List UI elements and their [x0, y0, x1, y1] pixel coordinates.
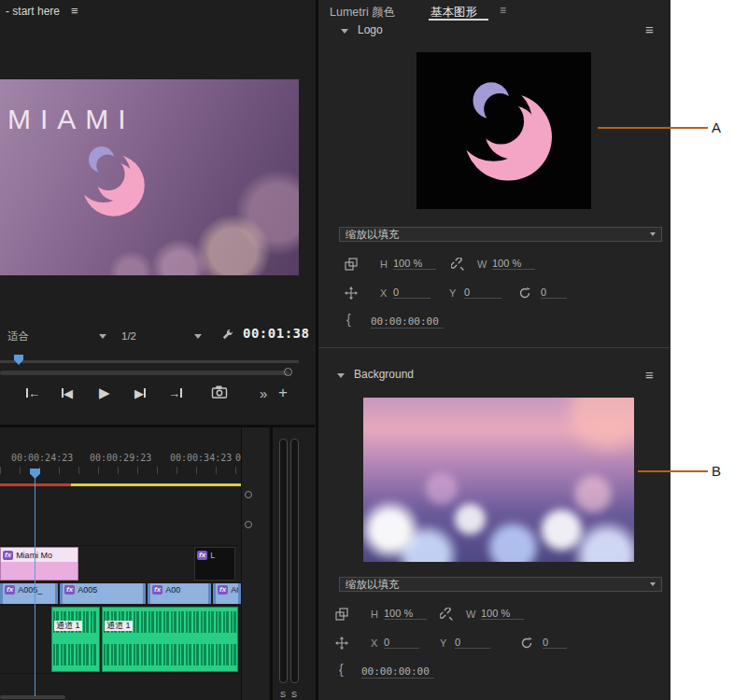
goto-out-icon: →: [168, 386, 180, 400]
preview-title-text: MIAMI: [7, 104, 135, 135]
w-label: W: [477, 259, 487, 270]
h-label: H: [380, 259, 388, 270]
width-value[interactable]: 100 %: [492, 258, 535, 270]
h-label: H: [371, 609, 378, 620]
step-back-icon: ◀: [64, 386, 73, 400]
fx-badge[interactable]: fx: [5, 585, 15, 595]
chevron-down-icon[interactable]: [341, 29, 348, 34]
section-title-logo[interactable]: Logo: [358, 23, 383, 36]
keyframe-brace-icon[interactable]: {: [339, 662, 344, 677]
play-button[interactable]: ▶: [99, 384, 110, 402]
scale-mode-value: 缩放以填充: [346, 228, 400, 242]
height-value[interactable]: 100 %: [393, 258, 436, 270]
x-label: X: [371, 637, 377, 649]
section-timecode[interactable]: 00:00:00:00: [371, 315, 444, 329]
export-frame-camera-icon[interactable]: [211, 385, 228, 399]
goto-out-button[interactable]: →: [168, 384, 182, 402]
position-icon[interactable]: [335, 637, 348, 650]
monitor-scrubber-track[interactable]: [0, 360, 299, 363]
hamburger-menu-icon[interactable]: ≡: [71, 4, 78, 18]
scale-mode-dropdown[interactable]: 缩放以填充: [339, 227, 662, 242]
video-clip-a005[interactable]: fx A00: [148, 583, 211, 604]
monitor-playhead[interactable]: [14, 355, 23, 365]
panel-menu-icon[interactable]: ≡: [645, 21, 654, 37]
step-back-button[interactable]: ◀: [62, 384, 73, 402]
scale-icon[interactable]: [335, 608, 348, 621]
playback-resolution-dropdown[interactable]: 1/2: [121, 329, 202, 343]
rotation-value[interactable]: 0: [541, 287, 567, 299]
panel-menu-icon[interactable]: ≡: [645, 367, 654, 383]
audio-channel-label: 通道 1: [54, 621, 82, 631]
clip-label: A005: [78, 585, 97, 595]
clip-label: A005_: [18, 585, 42, 595]
video-clip-a005[interactable]: fx A005_: [0, 583, 58, 604]
timeline-track-scroll-column[interactable]: [241, 427, 268, 700]
solo-button[interactable]: S: [280, 690, 286, 699]
video-clip-a005[interactable]: fx A0: [213, 583, 241, 604]
rotation-icon[interactable]: [518, 287, 531, 300]
chevron-down-icon: [194, 334, 202, 339]
program-monitor-preview: MIAMI: [0, 79, 299, 275]
tab-lumetri-color[interactable]: Lumetri 颜色: [330, 5, 395, 21]
rotation-icon[interactable]: [520, 637, 533, 650]
video-clip-a005[interactable]: fx A005: [60, 583, 146, 604]
chevron-down-icon: [99, 334, 106, 339]
chevron-down-icon: [650, 582, 656, 586]
position-icon[interactable]: [345, 287, 358, 300]
keyframe-brace-icon[interactable]: {: [346, 312, 351, 327]
tab-group-menu-icon[interactable]: ≡: [500, 4, 506, 17]
program-timecode[interactable]: 00:01:38: [243, 326, 309, 341]
premiere-tutorial-screenshot: { "window": { "title": "- start here" },…: [0, 0, 734, 700]
settings-wrench-icon[interactable]: [220, 328, 234, 342]
x-position-value[interactable]: 0: [384, 637, 419, 649]
monitor-zoom-scrollbar[interactable]: [0, 371, 289, 375]
play-icon: ▶: [99, 385, 110, 401]
fx-badge[interactable]: fx: [218, 585, 228, 595]
scale-icon[interactable]: [345, 258, 358, 271]
goto-in-icon: ←: [28, 386, 40, 400]
step-forward-button[interactable]: ▶: [134, 384, 146, 402]
ruler-timecode: 00:00:29:23: [90, 453, 151, 463]
timeline-horizontal-scrollbar[interactable]: [0, 695, 65, 699]
width-value[interactable]: 100 %: [481, 608, 524, 620]
fx-badge[interactable]: fx: [64, 585, 75, 595]
scale-mode-value: 缩放以填充: [346, 578, 400, 592]
height-value[interactable]: 100 %: [384, 608, 427, 620]
goto-in-button[interactable]: ←: [26, 384, 40, 402]
logo-layer-thumbnail[interactable]: [416, 52, 591, 209]
clip-label: A00: [165, 585, 180, 595]
fx-badge[interactable]: fx: [3, 551, 13, 560]
y-position-value[interactable]: 0: [455, 637, 490, 649]
video-clip-lumetri[interactable]: fx L: [194, 547, 235, 581]
track-height-handle[interactable]: [245, 521, 252, 528]
y-position-value[interactable]: 0: [464, 287, 501, 299]
zoom-scrollbar-handle[interactable]: [284, 368, 292, 376]
timeline-playhead-handle[interactable]: [30, 469, 40, 479]
callout-line-a: [598, 127, 708, 129]
section-title-background[interactable]: Background: [354, 368, 414, 381]
section-timecode[interactable]: 00:00:00:00: [361, 665, 434, 679]
fit-dropdown[interactable]: 适合: [7, 329, 106, 343]
audio-clip[interactable]: 通道 1: [102, 607, 238, 672]
audio-clip[interactable]: 通道 1: [51, 607, 100, 672]
more-buttons-chevron[interactable]: »: [260, 384, 267, 402]
chevron-down-icon[interactable]: [337, 373, 345, 378]
w-label: W: [466, 609, 475, 620]
button-editor-plus[interactable]: +: [278, 384, 288, 402]
unlink-icon[interactable]: [451, 258, 464, 271]
fx-badge[interactable]: fx: [197, 551, 207, 560]
clip-label: L: [210, 551, 215, 560]
unlink-icon[interactable]: [440, 608, 453, 621]
work-area-bar-yellow: [71, 483, 241, 486]
x-label: X: [380, 287, 387, 299]
video-clip-miami[interactable]: fx Miami Mo: [0, 547, 78, 581]
background-layer-thumbnail[interactable]: [363, 398, 634, 562]
track-height-handle[interactable]: [245, 491, 252, 498]
scale-mode-dropdown[interactable]: 缩放以填充: [339, 577, 662, 592]
fx-badge[interactable]: fx: [152, 585, 162, 595]
timeline-playhead-line[interactable]: [35, 470, 35, 696]
rotation-value[interactable]: 0: [543, 637, 567, 649]
solo-button[interactable]: S: [291, 690, 297, 699]
bokeh-city-image: [363, 398, 634, 562]
x-position-value[interactable]: 0: [393, 287, 431, 299]
